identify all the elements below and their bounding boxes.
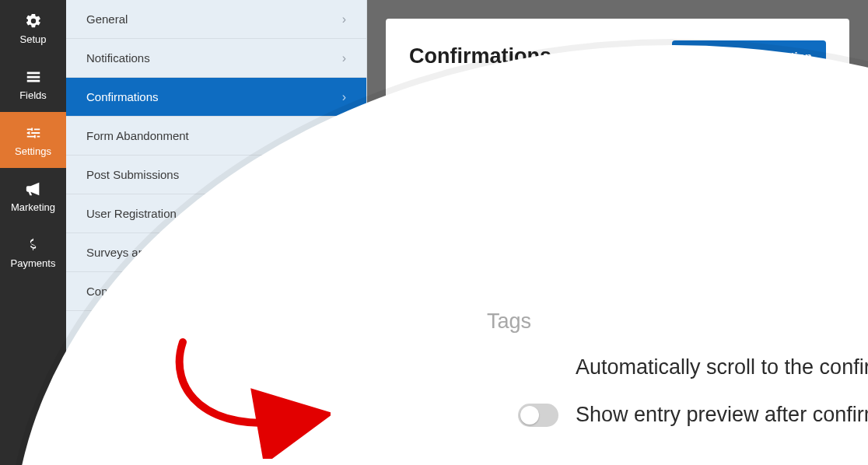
toggle-entry-preview-row: Show entry preview after confirmation me… [518,403,868,427]
sidebar-label: Marketing [11,201,55,213]
sidebar-item-fields[interactable]: Fields [0,56,66,112]
sidebar-item-payments[interactable]: Payments [0,224,66,280]
sidebar-item-settings[interactable]: Settings [0,112,66,168]
sidebar-label: Setup [20,33,47,45]
toggle-label: Show entry preview after confirmation me… [576,403,868,427]
chevron-right-icon: › [342,12,346,26]
sliders-icon [24,124,43,142]
sidebar-item-marketing[interactable]: Marketing [0,168,66,224]
sidebar-label: Settings [15,145,51,157]
dollar-icon [24,236,43,254]
submenu-item-confirmations[interactable]: Confirmations› [66,78,366,117]
entry-preview-toggle[interactable] [518,404,558,427]
sidebar-label: Fields [19,89,47,101]
chevron-right-icon: › [342,51,346,65]
sidebar-label: Payments [11,257,56,269]
toggle-label: Automatically scroll to the confirmation… [576,355,868,379]
sidebar-item-setup[interactable]: Setup [0,0,66,56]
bullhorn-icon [24,180,43,198]
submenu-item-notifications[interactable]: Notifications› [66,39,366,78]
toggle-auto-scroll-row: Automatically scroll to the confirmation… [518,355,868,379]
list-icon [24,68,43,86]
submenu-item-general[interactable]: General› [66,0,366,39]
chevron-right-icon: › [342,90,346,104]
tags-hint: Tags [487,309,868,334]
gear-icon [24,12,43,30]
